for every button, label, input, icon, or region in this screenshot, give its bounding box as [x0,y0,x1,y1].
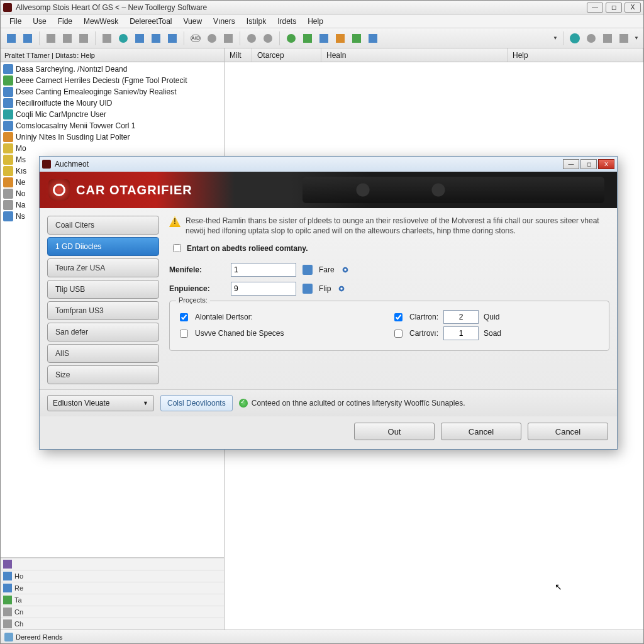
menu-viners[interactable]: Vıners [208,16,240,27]
close-button[interactable]: X [625,3,641,13]
tree-section[interactable]: Ho [1,570,224,582]
dialog-close-button[interactable]: X [598,159,614,169]
field-menifele: Menifele: Fare [169,263,609,277]
tree-item-label: Uninjy Nites In Susding Liat Polter [16,133,130,142]
tb-19[interactable] [333,31,347,45]
tb-drop2[interactable]: ▼ [633,35,640,41]
menu-use[interactable]: Use [28,16,51,27]
tb-15[interactable] [261,31,275,45]
chk-clartron-label: Clartron: [409,313,438,321]
gear-icon[interactable] [341,265,350,274]
combo-edluston[interactable]: Edluston Vieuate ▼ [47,395,154,411]
cancel-button[interactable]: Cancel [441,423,521,440]
tb-12[interactable] [205,31,219,45]
menu-istilpk[interactable]: Istılpk [242,16,271,27]
tree-item[interactable]: Comslocasalrıy Menii Tovwer Corl 1 [1,120,224,131]
menu-view[interactable]: Vuew [179,16,208,27]
tree-section[interactable]: Ta [1,594,224,606]
tree-item[interactable]: Coqli Mic CarMpnctre User [1,109,224,120]
tb-7[interactable] [116,31,130,45]
tree-item[interactable]: Dasa Sarcheying. /Nontızl Deand [1,64,224,75]
status-bar: Dereerd Rends [1,630,643,643]
dialog-maximize-button[interactable]: ◻ [580,159,597,169]
tb-drop1[interactable]: ▼ [552,35,558,41]
tb-11[interactable]: AID [189,31,203,45]
tree-item[interactable]: Mo [1,143,224,154]
sidebtn-size[interactable]: Size [47,365,159,384]
sidebtn-gd-diiocles[interactable]: 1 GD Diiocles [47,237,159,256]
calendar-icon[interactable] [303,284,313,294]
tree-item[interactable]: Deee Carnect Herriles Deciestı (Fgme Too… [1,75,224,86]
sidebtn-san-defer[interactable]: San defer [47,323,159,341]
tree-section[interactable]: Re [1,582,224,594]
check-entart[interactable]: Entart on abedts rolieed comtany. [170,242,609,254]
cancel-button-2[interactable]: Cancel [528,423,608,440]
menifele-after: Fare [319,265,335,274]
menifele-input[interactable] [231,263,296,277]
group-row: Usvve Chaned bie Speces Cartrovı: Soad [177,326,601,340]
tree-item[interactable]: Uninjy Nites In Susding Liat Polter [1,131,224,143]
tree-item[interactable]: Dsee Canting Emealeoginge Saniev/by Real… [1,86,224,97]
tb-9[interactable] [149,31,163,45]
toolbar: AID ▼ ▼ [1,28,643,48]
maximize-button[interactable]: ◻ [606,3,622,13]
tb-17[interactable] [301,31,314,45]
tb-23[interactable] [601,31,614,45]
col-otarcep[interactable]: Otarcep [252,48,321,62]
tb-22[interactable] [584,31,598,45]
col-help[interactable]: Help [508,48,643,62]
sidebtn-alis[interactable]: AlIS [47,344,159,363]
tree-item-label: Dasa Sarcheying. /Nontızl Deand [16,65,127,74]
tb-globe[interactable] [568,31,582,45]
sidebtn-teura-zer[interactable]: Teura Zer USA [47,258,159,277]
menu-mewwesk[interactable]: MewWesk [79,16,123,27]
tb-8[interactable] [133,31,147,45]
tb-2[interactable] [21,31,35,45]
tb-1[interactable] [4,31,18,45]
clartron-input[interactable] [443,310,479,324]
enpuience-input[interactable] [231,282,296,296]
gear-icon[interactable] [337,284,346,293]
cartrovi-input[interactable] [443,326,479,340]
tb-14[interactable] [245,31,258,45]
tb-21[interactable] [366,31,380,45]
tb-3[interactable] [44,31,58,45]
field-enpuience: Enpuience: Flip [169,282,609,296]
tree-item-label: Coqli Mic CarMpnctre User [16,110,106,119]
menu-delereettoal[interactable]: DelereetToal [125,16,177,27]
tb-18[interactable] [317,31,331,45]
chk-cartrovi[interactable] [394,330,402,338]
tb-20[interactable] [350,31,364,45]
tb-13[interactable] [221,31,235,45]
col-healn[interactable]: Healn [321,48,508,62]
tb-16[interactable] [284,31,298,45]
check-entart-box[interactable] [173,244,181,252]
menu-fide[interactable]: Fide [53,16,77,27]
tb-10[interactable] [165,31,179,45]
menu-file[interactable]: File [4,16,26,27]
tb-4[interactable] [60,31,74,45]
chk-clartron[interactable] [394,313,402,321]
minimize-button[interactable]: — [587,3,603,13]
menu-irdets[interactable]: Irdets [272,16,301,27]
sidebtn-coail-citers[interactable]: Coail Citers [47,216,159,235]
dialog-minimize-button[interactable]: — [563,159,579,169]
tb-6[interactable] [100,31,114,45]
menu-help[interactable]: Help [303,16,328,27]
tree-section[interactable] [1,558,224,570]
chk-alontalei[interactable] [180,313,188,321]
out-button[interactable]: Out [354,423,435,440]
calendar-icon[interactable] [303,265,313,275]
dialog-side-nav: Coail Citers 1 GD Diiocles Teura Zer USA… [47,216,159,384]
tree-item[interactable]: Recıliroılfucte the Moury UID [1,97,224,109]
chk-usvve[interactable] [180,330,188,338]
tb-24[interactable] [617,31,631,45]
sidebtn-tomfpran[interactable]: Tomfpran US3 [47,301,159,320]
tree-section[interactable]: Ch [1,618,224,630]
tb-5[interactable] [77,31,91,45]
sidebtn-tlip-usb[interactable]: Tlip USB [47,280,159,299]
pill-colsl[interactable]: Colsl Deoviloonts [160,395,233,411]
tree-section[interactable]: Cn [1,606,224,618]
col-milt[interactable]: Milt [225,48,252,62]
dialog-buttons: Out Cancel Cancel [40,416,617,449]
